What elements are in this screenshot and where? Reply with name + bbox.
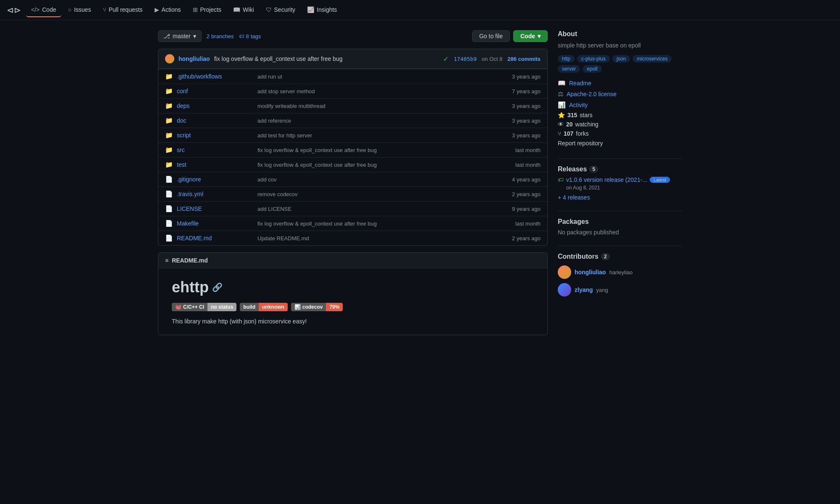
file-commit-message: remove codecov	[257, 191, 507, 197]
activity-icon: 📊	[558, 101, 566, 109]
file-name[interactable]: .github/workflows	[177, 73, 252, 80]
stars-link[interactable]: ⭐ 315 stars	[558, 110, 682, 120]
readme-link[interactable]: 📖 Readme	[558, 78, 682, 89]
file-name[interactable]: deps	[177, 102, 252, 109]
code-button[interactable]: Code ▾	[513, 30, 548, 42]
more-releases-link[interactable]: + 4 releases	[558, 194, 590, 201]
topic-tag[interactable]: microservices	[633, 55, 672, 63]
file-time: 3 years ago	[512, 74, 541, 80]
release-tag-icon: 🏷	[558, 176, 564, 183]
file-name[interactable]: doc	[177, 117, 252, 124]
file-name[interactable]: script	[177, 132, 252, 139]
left-column: ⎇ master ▾ 2 branches 🏷 8 tags Go to fil…	[158, 30, 548, 335]
code-btn-dropdown-icon: ▾	[538, 33, 541, 39]
tags-link[interactable]: 🏷 8 tags	[239, 33, 261, 39]
build-badge[interactable]: build unknown	[240, 303, 287, 311]
topic-tag[interactable]: http	[558, 55, 575, 63]
topic-tag[interactable]: server	[558, 65, 580, 73]
contributor-item: zlyangyang	[558, 283, 682, 297]
license-link[interactable]: ⚖ Apache-2.0 license	[558, 89, 682, 100]
file-commit-message: add cov	[257, 176, 507, 183]
file-name[interactable]: test	[177, 161, 252, 168]
file-commit-message: fix log overflow & epoll_context use aft…	[257, 147, 510, 153]
nav-insights[interactable]: 📈 Insights	[302, 3, 342, 17]
report-repository-link[interactable]: Report repository	[558, 138, 682, 148]
ci-badge[interactable]: 🐙 C/C++ CI no status	[172, 303, 236, 311]
readme-description: This library make http (with json) micro…	[172, 318, 534, 325]
readme-link-icon[interactable]: 🔗	[212, 282, 223, 292]
file-time: 4 years ago	[512, 176, 541, 183]
file-row: 📁.github/workflowsadd run ut3 years ago	[158, 69, 547, 84]
file-commit-message: fix log overflow & epoll_context use aft…	[257, 162, 510, 168]
forks-link[interactable]: ⑂ 107 forks	[558, 129, 682, 138]
topic-tag[interactable]: c-plus-plus	[577, 55, 610, 63]
file-time: 3 years ago	[512, 103, 541, 109]
build-badge-left: build	[240, 303, 259, 311]
insights-nav-icon: 📈	[307, 6, 314, 13]
github-icon: 🐙	[175, 304, 181, 310]
release-item: 🏷 v1.0.6 version release (2021-... Lates…	[558, 176, 682, 191]
file-name[interactable]: conf	[177, 88, 252, 94]
code-btn-label: Code	[520, 33, 535, 39]
nav-wiki[interactable]: 📖 Wiki	[228, 3, 259, 17]
tags-count-label: tags	[251, 33, 261, 39]
file-name[interactable]: README.md	[177, 235, 252, 242]
watching-link[interactable]: 👁 20 watching	[558, 120, 682, 129]
nav-pull-requests[interactable]: ⑂ Pull requests	[98, 3, 148, 17]
nav-code[interactable]: </> Code	[26, 3, 61, 17]
file-time: 9 years ago	[512, 206, 541, 212]
commit-message: fix log overflow & epoll_context use aft…	[214, 55, 343, 62]
file-row: 📁srcfix log overflow & epoll_context use…	[158, 142, 547, 157]
file-time: 2 years ago	[512, 191, 541, 197]
ci-badge-left: 🐙 C/C++ CI	[172, 303, 207, 311]
release-name[interactable]: v1.0.6 version release (2021-...	[566, 176, 647, 183]
contributor-handle: yang	[596, 287, 608, 293]
folder-icon: 📁	[165, 161, 172, 168]
nav-actions[interactable]: ▶ Actions	[150, 3, 186, 17]
activity-link[interactable]: 📊 Activity	[558, 100, 682, 110]
actions-nav-icon: ▶	[155, 6, 159, 13]
top-nav: ⊲⊳ </> Code ○ Issues ⑂ Pull requests ▶ A…	[0, 0, 840, 20]
file-name[interactable]: LICENSE	[177, 205, 252, 212]
codecov-badge[interactable]: 📊 codecov 79%	[291, 303, 343, 311]
contributor-name[interactable]: hongliuliao	[575, 269, 606, 276]
file-row: 📄LICENSEadd LICENSE9 years ago	[158, 201, 547, 216]
goto-file-button[interactable]: Go to file	[472, 30, 510, 42]
file-icon: 📄	[165, 220, 172, 227]
branches-link[interactable]: 2 branches	[207, 33, 234, 39]
file-name[interactable]: Makefile	[177, 220, 252, 227]
topic-tag[interactable]: epoll	[583, 65, 601, 73]
commit-hash[interactable]: 17405b9	[454, 56, 477, 62]
nav-projects[interactable]: ⊞ Projects	[188, 3, 227, 17]
nav-issues[interactable]: ○ Issues	[63, 3, 96, 17]
file-time: 3 years ago	[512, 118, 541, 124]
branch-selector[interactable]: ⎇ master ▾	[158, 30, 202, 42]
license-icon: ⚖	[558, 90, 563, 98]
contributor-handle: harleyliao	[609, 269, 633, 276]
nav-security[interactable]: 🛡 Security	[261, 3, 301, 17]
contributors-title: Contributors 2	[558, 253, 682, 260]
file-commit-message: Update README.md	[257, 235, 507, 242]
contributor-name[interactable]: zlyang	[575, 286, 593, 293]
commit-right: ✓ 17405b9 on Oct 8 286 commits	[443, 55, 541, 63]
file-name[interactable]: .travis.yml	[177, 191, 252, 197]
file-name[interactable]: src	[177, 147, 252, 153]
commit-author[interactable]: hongliuliao	[178, 55, 210, 62]
readme-list-icon: ≡	[165, 257, 168, 264]
contributor-item: hongliuliaoharleyliao	[558, 265, 682, 279]
readme-body: ehttp 🔗 🐙 C/C++ CI no status build unkno…	[158, 268, 548, 335]
file-time: last month	[515, 147, 541, 153]
file-time: 2 years ago	[512, 235, 541, 242]
releases-section: Releases 5 🏷 v1.0.6 version release (202…	[558, 165, 682, 201]
topic-tag[interactable]: json	[612, 55, 630, 63]
commit-left: hongliuliao fix log overflow & epoll_con…	[165, 54, 343, 63]
release-date: on Aug 8, 2021	[566, 185, 682, 191]
security-nav-icon: 🛡	[266, 6, 272, 13]
readme-filename: README.md	[172, 257, 208, 264]
file-commit-message: modify writeable multithread	[257, 103, 507, 109]
readme-header: ≡ README.md	[158, 252, 548, 268]
wiki-nav-icon: 📖	[233, 6, 240, 13]
divider-1	[558, 158, 682, 159]
file-name[interactable]: .gitignore	[177, 176, 252, 183]
folder-icon: 📁	[165, 146, 172, 154]
